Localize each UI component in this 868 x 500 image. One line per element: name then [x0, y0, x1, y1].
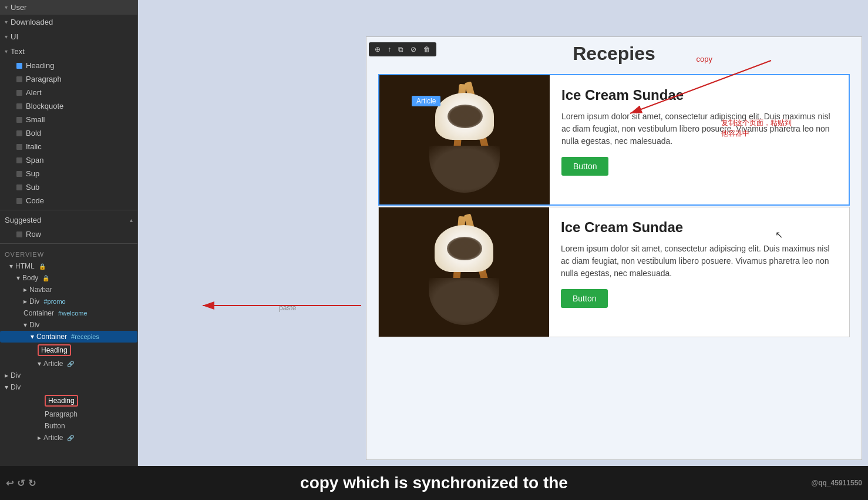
sidebar-item-span-label: Span [26, 156, 43, 165]
tree-body[interactable]: ▾ Body 🔒 [0, 272, 137, 284]
sidebar-item-paragraph-label: Paragraph [26, 75, 62, 83]
sidebar-item-code-label: Code [26, 196, 44, 205]
chinese-annotation: 复制这个页面，粘贴到他容器中 [721, 118, 792, 139]
tree-html[interactable]: ▾ HTML 🔒 [0, 260, 137, 272]
article-card-1: Ice Cream Sundae Lorem ipsum dolor sit a… [378, 74, 850, 206]
tree-container-recepies[interactable]: ▾ Container #recepies [0, 331, 137, 343]
sidebar-item-heading[interactable]: Heading [7, 59, 137, 72]
card-image-1 [379, 75, 550, 204]
arrow-icon: ▸ [5, 371, 8, 380]
tree-article2-label: Article [43, 434, 63, 442]
sidebar-item-bold[interactable]: Bold [7, 126, 137, 140]
bowl-2 [429, 278, 499, 325]
arrow-icon: ▾ [16, 274, 20, 282]
block-icon [16, 103, 22, 109]
bottom-bar-controls: ↩ ↺ ↻ [6, 478, 36, 489]
tree-div-inner1[interactable]: ▸ Div [0, 370, 137, 381]
sidebar-item-downloaded-label: Downloaded [11, 18, 53, 26]
tree-id: #welcome [56, 310, 88, 317]
delete-icon[interactable]: 🗑 [421, 44, 433, 55]
sidebar-item-text[interactable]: ▾ Text [0, 44, 137, 59]
chinese-text: 复制这个页面，粘贴到他容器中 [721, 119, 792, 137]
tree-id: #promo [42, 298, 65, 305]
sidebar-item-user[interactable]: ▾ User [0, 0, 137, 15]
sidebar-item-sup[interactable]: Sup [7, 167, 137, 180]
main-layout: ▾ User ▾ Downloaded ▾ UI ▾ Text Heading … [0, 0, 868, 466]
sidebar-item-ui[interactable]: ▾ UI [0, 29, 137, 44]
disable-icon[interactable]: ⊘ [408, 44, 419, 55]
up-icon[interactable]: ↑ [385, 44, 393, 55]
divider [0, 210, 137, 210]
tree-container-label: Container [36, 333, 67, 341]
sidebar-item-code[interactable]: Code [7, 194, 137, 207]
bowl [429, 146, 500, 193]
arrow-icon: ▸ [23, 286, 27, 294]
copy-icon[interactable]: ⧉ [396, 44, 406, 55]
tree-div-label: Div [29, 321, 39, 329]
arrow-icon: ▾ [5, 19, 8, 25]
sidebar-item-downloaded[interactable]: ▾ Downloaded [0, 15, 137, 29]
heading-highlight: Heading [38, 344, 71, 356]
tree-navbar[interactable]: ▸ Navbar [0, 284, 137, 296]
forward-icon[interactable]: ↻ [28, 478, 36, 489]
card-button-1[interactable]: Button [561, 157, 608, 176]
card-heading-1: Ice Cream Sundae [561, 87, 837, 103]
copy-annotation: copy [697, 55, 712, 63]
tree-article-1[interactable]: ▾ Article 🔗 [0, 358, 137, 370]
sidebar-item-small[interactable]: Small [7, 113, 137, 126]
article-card-2: Ice Cream Sundae Lorem ipsum dolor sit a… [378, 207, 850, 337]
block-icon [16, 76, 22, 82]
suggested-section[interactable]: Suggested ▴ [0, 213, 137, 227]
tree-paragraph-label: Paragraph [45, 410, 78, 418]
arrow-icon: ▾ [5, 383, 8, 391]
block-icon [16, 144, 22, 150]
sidebar-item-bold-label: Bold [26, 129, 41, 137]
tree-container-welcome[interactable]: Container #welcome [0, 307, 137, 319]
sidebar-item-sub[interactable]: Sub [7, 180, 137, 194]
collapse-icon: ▴ [130, 217, 133, 223]
tree-id: #recepies [69, 333, 99, 340]
block-icon [16, 117, 22, 123]
sidebar-item-blockquote[interactable]: Blockquote [7, 99, 137, 113]
ice-cream-bg-2 [379, 207, 549, 337]
lock-icon: 🔒 [39, 263, 46, 270]
tree-heading-1[interactable]: Heading [0, 343, 137, 358]
card-button-2[interactable]: Button [561, 289, 608, 308]
sidebar-item-span[interactable]: Span [7, 153, 137, 167]
tree-div[interactable]: ▾ Div [0, 319, 137, 331]
tree-div-inner2[interactable]: ▾ Div [0, 381, 137, 393]
card-content-1: Ice Cream Sundae Lorem ipsum dolor sit a… [550, 75, 849, 204]
article-badge: Article [412, 96, 440, 106]
card-heading-2: Ice Cream Sundae [561, 219, 837, 236]
block-icon [16, 90, 22, 96]
card-content-2: Ice Cream Sundae Lorem ipsum dolor sit a… [549, 207, 849, 337]
tree-heading-2[interactable]: Heading [0, 393, 137, 408]
divider [0, 243, 137, 244]
bottom-bar: ↩ ↺ ↻ copy which is synchronized to the … [0, 466, 868, 500]
back-icon[interactable]: ↺ [17, 478, 25, 489]
sidebar-item-row[interactable]: Row [7, 227, 137, 241]
arrow-icon: ▸ [38, 434, 41, 442]
heading-highlight: Heading [45, 395, 78, 407]
sidebar-item-italic[interactable]: Italic [7, 140, 137, 153]
block-icon [16, 171, 22, 177]
text-subitems: Heading Paragraph Alert Blockquote Small… [0, 59, 137, 207]
lock-icon: 🔒 [42, 275, 49, 281]
block-icon [16, 231, 22, 237]
tree-article-2[interactable]: ▸ Article 🔗 [0, 432, 137, 444]
tree-div-promo[interactable]: ▸ Div #promo [0, 296, 137, 307]
tree-paragraph[interactable]: Paragraph [0, 408, 137, 420]
overview-label: Overview [0, 246, 137, 260]
sidebar-item-paragraph[interactable]: Paragraph [7, 72, 137, 86]
sidebar-item-italic-label: Italic [26, 142, 42, 151]
sidebar-item-alert[interactable]: Alert [7, 86, 137, 99]
drizzle [448, 105, 483, 128]
bottom-bar-text: copy which is synchronized to the [300, 474, 568, 492]
sidebar-item-sub-label: Sub [26, 183, 39, 192]
tree-div-label: Div [11, 383, 21, 391]
move-icon[interactable]: ⊕ [372, 44, 383, 55]
tree-button[interactable]: Button [0, 420, 137, 432]
tree-div-promo-label: Div [29, 297, 39, 306]
sidebar-item-row-label: Row [26, 230, 41, 239]
undo-icon[interactable]: ↩ [6, 478, 14, 489]
